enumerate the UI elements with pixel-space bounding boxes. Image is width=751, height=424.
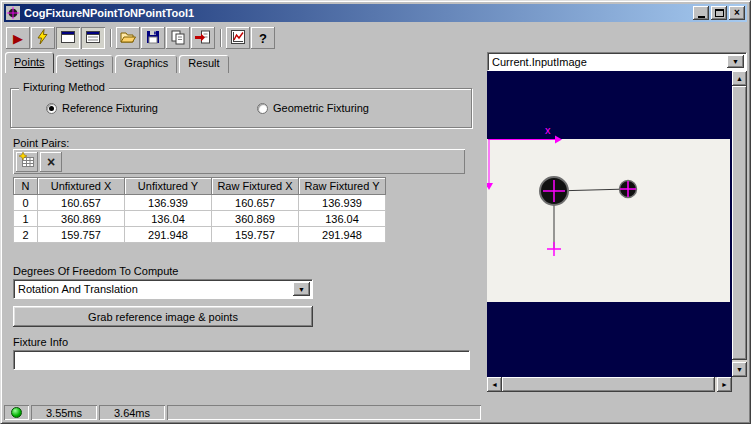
table-row: 2 159.757 291.948 159.757 291.948 bbox=[14, 227, 386, 243]
help-icon: ? bbox=[259, 31, 267, 46]
copy-icon bbox=[170, 29, 186, 48]
tab-settings[interactable]: Settings bbox=[56, 55, 114, 73]
fixture-info-label: Fixture Info bbox=[13, 336, 68, 348]
tab-result[interactable]: Result bbox=[179, 55, 228, 73]
results-graph-button[interactable] bbox=[226, 27, 250, 49]
table-cell[interactable]: 0 bbox=[14, 195, 38, 211]
table-cell[interactable]: 160.657 bbox=[38, 195, 125, 211]
image-graphics: x bbox=[487, 71, 732, 377]
close-button[interactable]: × bbox=[729, 6, 745, 20]
fixture-info-input[interactable] bbox=[13, 350, 470, 370]
chevron-down-icon: ▼ bbox=[732, 58, 739, 65]
table-cell[interactable]: 160.657 bbox=[212, 195, 299, 211]
dof-value: Rotation And Translation bbox=[18, 283, 292, 295]
geometric-fixturing-label: Geometric Fixturing bbox=[273, 102, 369, 114]
show-controls-pane-button[interactable] bbox=[81, 27, 105, 49]
maximize-button[interactable] bbox=[711, 6, 727, 20]
scroll-right-icon: ► bbox=[721, 381, 728, 388]
table-cell[interactable]: 291.948 bbox=[125, 227, 212, 243]
scroll-up-icon: ▲ bbox=[736, 75, 743, 82]
scroll-down-icon: ▼ bbox=[736, 366, 743, 373]
point-pairs-label: Point Pairs: bbox=[13, 137, 69, 149]
vertical-scroll-thumb[interactable] bbox=[732, 86, 747, 360]
table-cell[interactable]: 136.939 bbox=[125, 195, 212, 211]
image-pane-icon bbox=[60, 29, 76, 48]
image-display[interactable]: x bbox=[487, 71, 732, 377]
point-pairs-table: N Unfixtured X Unfixtured Y Raw Fixtured… bbox=[13, 177, 386, 243]
titlebar[interactable]: CogFixtureNPointToNPointTool1 × bbox=[4, 4, 747, 22]
fixturing-method-group: Fixturing Method Reference Fixturing Geo… bbox=[10, 88, 472, 128]
image-source-dropdown-button[interactable]: ▼ bbox=[727, 55, 744, 68]
table-cell[interactable]: 159.757 bbox=[38, 227, 125, 243]
run-button[interactable]: ▶ bbox=[6, 27, 30, 49]
reference-fixturing-radio[interactable]: Reference Fixturing bbox=[46, 102, 158, 114]
table-cell[interactable]: 136.939 bbox=[299, 195, 386, 211]
status-led-icon bbox=[11, 407, 22, 418]
dof-dropdown-button[interactable]: ▼ bbox=[293, 282, 310, 296]
column-header: Raw Fixtured Y bbox=[299, 178, 386, 195]
lightning-icon bbox=[35, 29, 51, 48]
table-cell[interactable]: 360.869 bbox=[212, 211, 299, 227]
status-led-panel bbox=[4, 405, 29, 420]
image-vertical-scrollbar[interactable]: ▲ ▼ bbox=[732, 71, 747, 377]
grab-reference-button[interactable]: Grab reference image & points bbox=[13, 306, 313, 327]
delete-icon: × bbox=[47, 155, 55, 169]
scroll-up-button[interactable]: ▲ bbox=[732, 71, 747, 86]
table-header-row: N Unfixtured X Unfixtured Y Raw Fixtured… bbox=[14, 178, 386, 195]
table-cell[interactable]: 360.869 bbox=[38, 211, 125, 227]
scroll-down-button[interactable]: ▼ bbox=[732, 362, 747, 377]
tabstrip: Points Settings Graphics Result bbox=[5, 52, 231, 73]
window-icon bbox=[6, 6, 20, 20]
radio-icon bbox=[257, 103, 268, 114]
new-grid-icon bbox=[19, 152, 35, 171]
open-button[interactable] bbox=[116, 27, 140, 49]
geometric-fixturing-radio[interactable]: Geometric Fixturing bbox=[257, 102, 369, 114]
table-row: 1 360.869 136.04 360.869 136.04 bbox=[14, 211, 386, 227]
scroll-left-icon: ◄ bbox=[491, 381, 498, 388]
help-button[interactable]: ? bbox=[251, 27, 275, 49]
maximize-icon bbox=[715, 9, 724, 17]
controls-pane-icon bbox=[85, 29, 101, 48]
copy-button[interactable] bbox=[166, 27, 190, 49]
toolbar-separator bbox=[110, 29, 112, 47]
table-cell[interactable]: 136.04 bbox=[125, 211, 212, 227]
image-source-combobox[interactable]: Current.InputImage ▼ bbox=[487, 52, 747, 71]
x-axis-label: x bbox=[545, 124, 551, 136]
import-arrow-icon bbox=[195, 29, 211, 48]
table-cell[interactable]: 1 bbox=[14, 211, 38, 227]
radio-icon bbox=[46, 103, 57, 114]
dof-combobox[interactable]: Rotation And Translation ▼ bbox=[13, 279, 313, 299]
image-horizontal-scrollbar[interactable]: ◄ ► bbox=[487, 377, 732, 392]
minimize-button[interactable] bbox=[693, 6, 709, 20]
table-cell[interactable]: 159.757 bbox=[212, 227, 299, 243]
status-time-1: 3.55ms bbox=[31, 405, 97, 420]
toolbar-separator bbox=[220, 29, 222, 47]
tab-points[interactable]: Points bbox=[5, 52, 54, 73]
acquired-image-region bbox=[487, 139, 730, 302]
scroll-left-button[interactable]: ◄ bbox=[487, 377, 502, 392]
show-image-pane-button[interactable] bbox=[56, 27, 80, 49]
save-button[interactable] bbox=[141, 27, 165, 49]
column-header: N bbox=[14, 178, 38, 195]
reference-fixturing-label: Reference Fixturing bbox=[62, 102, 158, 114]
delete-point-pair-button[interactable]: × bbox=[40, 152, 62, 172]
column-header: Unfixtured X bbox=[38, 178, 125, 195]
table-cell[interactable]: 136.04 bbox=[299, 211, 386, 227]
minimize-icon bbox=[698, 16, 705, 18]
table-cell[interactable]: 291.948 bbox=[299, 227, 386, 243]
import-button[interactable] bbox=[191, 27, 215, 49]
graph-icon bbox=[230, 29, 246, 48]
horizontal-scroll-thumb[interactable] bbox=[502, 377, 715, 392]
tab-graphics[interactable]: Graphics bbox=[115, 55, 177, 73]
table-cell[interactable]: 2 bbox=[14, 227, 38, 243]
open-folder-icon bbox=[120, 29, 136, 48]
column-header: Raw Fixtured X bbox=[212, 178, 299, 195]
point-pairs-toolbar: × bbox=[13, 149, 465, 174]
add-point-pair-button[interactable] bbox=[16, 152, 38, 172]
run-once-button[interactable] bbox=[31, 27, 55, 49]
main-toolbar: ▶ ? bbox=[6, 26, 276, 50]
run-icon: ▶ bbox=[13, 32, 23, 45]
table-row: 0 160.657 136.939 160.657 136.939 bbox=[14, 195, 386, 211]
scrollbar-corner bbox=[732, 377, 747, 392]
scroll-right-button[interactable]: ► bbox=[717, 377, 732, 392]
